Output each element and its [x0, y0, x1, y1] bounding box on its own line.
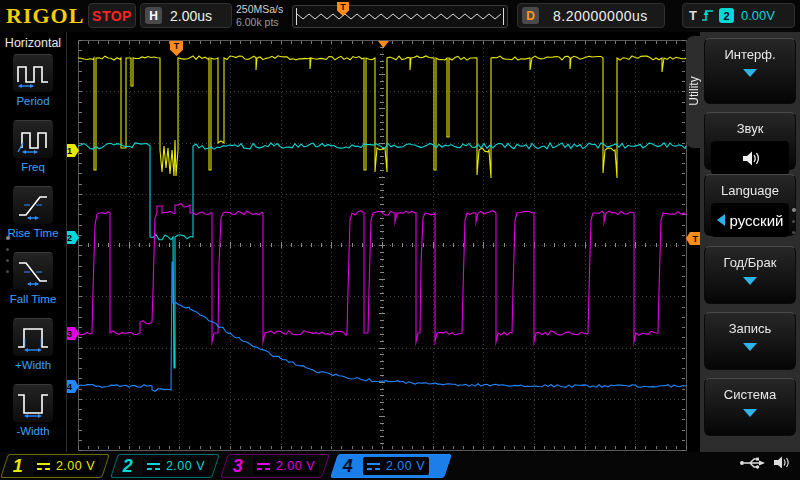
dc-coupling-icon: [367, 462, 380, 471]
language-select[interactable]: русский: [711, 203, 789, 237]
horizontal-timebase-panel[interactable]: H 2.00us: [140, 3, 232, 28]
channel-status-bar: 12.00 V22.00 V32.00 V42.00 V: [0, 452, 800, 480]
menu-item--width[interactable]: -Width: [0, 384, 66, 437]
run-state-indicator[interactable]: STOP: [88, 3, 136, 28]
channel-1-status[interactable]: 12.00 V: [0, 454, 110, 478]
menu-item--width[interactable]: +Width: [0, 318, 66, 371]
chevron-down-icon: [743, 277, 757, 285]
channel-2-status[interactable]: 22.00 V: [110, 454, 220, 478]
memory-position-strip[interactable]: T: [292, 5, 508, 28]
rise-time-icon: [12, 186, 54, 225]
plus-width-icon: [12, 318, 54, 357]
menu-item-label: Freq: [0, 161, 66, 173]
speaker-icon: [711, 141, 789, 175]
chevron-down-icon: [743, 343, 757, 351]
menu-item-freq[interactable]: Freq: [0, 120, 66, 173]
channel-scale: 2.00 V: [276, 459, 315, 473]
trigger-panel[interactable]: T 2 0.00V: [682, 3, 795, 28]
menu-item-label: Fall Time: [0, 293, 66, 305]
language-value: русский: [730, 212, 784, 229]
acquisition-info: 250MSa/s 6.00k pts: [236, 3, 283, 29]
left-menu-title: Horizontal: [0, 32, 66, 50]
utility-button-label: Интерф.: [705, 47, 795, 62]
channel-scale: 2.00 V: [56, 459, 95, 473]
channel-scale: 2.00 V: [166, 459, 205, 473]
utility-button-label: Language: [705, 183, 795, 198]
timebase-value: 2.00us: [170, 8, 212, 24]
chevron-down-icon: [743, 69, 757, 77]
left-menu-page-dots: [6, 228, 10, 281]
oscilloscope-screen: RIGOL STOP H 2.00us 250MSa/s 6.00k pts T…: [0, 0, 800, 480]
trigger-key-label: T: [689, 8, 697, 23]
utility-button-label: Запись: [705, 321, 795, 336]
memory-waveform-icon: [293, 6, 505, 25]
channel-number: 3: [233, 456, 247, 477]
delay-value: 8.20000000us: [553, 8, 648, 24]
trigger-source-badge: 2: [719, 8, 734, 23]
channel-3-status[interactable]: 32.00 V: [220, 454, 330, 478]
top-bar: RIGOL STOP H 2.00us 250MSa/s 6.00k pts T…: [0, 0, 800, 32]
delay-key-label: D: [522, 7, 539, 24]
speaker-icon: [773, 455, 790, 470]
channel-number: 1: [13, 456, 27, 477]
dc-coupling-icon: [257, 462, 270, 471]
freq-icon: [12, 120, 54, 159]
dc-coupling-icon: [147, 462, 160, 471]
channel-4-status[interactable]: 42.00 V: [330, 454, 452, 478]
memory-depth: 6.00k pts: [236, 16, 283, 29]
left-measure-menu: Horizontal PeriodFreqRise TimeFall Time+…: [0, 32, 67, 452]
utility-button-5[interactable]: Запись: [704, 312, 796, 370]
channel-number: 4: [343, 456, 357, 477]
brand-logo: RIGOL: [6, 3, 84, 29]
menu-item-label: -Width: [0, 425, 66, 437]
utility-button-label: Звук: [705, 121, 795, 136]
menu-item-period[interactable]: Period: [0, 54, 66, 107]
rising-edge-icon: [701, 8, 715, 23]
run-state-label: STOP: [92, 8, 132, 24]
utility-button-6[interactable]: Система: [704, 378, 796, 436]
menu-item-label: +Width: [0, 359, 66, 371]
minus-width-icon: [12, 384, 54, 423]
utility-tab: Utility: [686, 36, 702, 148]
dc-coupling-icon: [37, 462, 50, 471]
utility-button-3[interactable]: Languageрусский: [704, 174, 796, 236]
waveform-display[interactable]: [0, 0, 800, 480]
channel-number: 2: [123, 456, 137, 477]
horizontal-key-label: H: [145, 7, 162, 24]
utility-button-label: Система: [705, 387, 795, 402]
sample-rate: 250MSa/s: [236, 3, 283, 16]
channel-scale: 2.00 V: [386, 459, 425, 473]
chevron-left-icon: [717, 214, 725, 226]
utility-button-1[interactable]: Интерф.: [704, 38, 796, 104]
trigger-level-value: 0.00V: [741, 8, 775, 23]
usb-icon: [739, 456, 765, 470]
menu-item-label: Period: [0, 95, 66, 107]
chevron-down-icon: [743, 409, 757, 417]
fall-time-icon: [12, 252, 54, 291]
utility-button-2[interactable]: Звук: [704, 112, 796, 170]
utility-menu: Utility Интерф.ЗвукLanguageрусскийГод/Бр…: [686, 32, 800, 452]
delay-panel[interactable]: D 8.20000000us: [517, 3, 665, 28]
period-icon: [12, 54, 54, 93]
utility-button-4[interactable]: Год/Брак: [704, 246, 796, 304]
utility-button-label: Год/Брак: [705, 255, 795, 270]
right-menu-page-dots: [792, 200, 796, 242]
